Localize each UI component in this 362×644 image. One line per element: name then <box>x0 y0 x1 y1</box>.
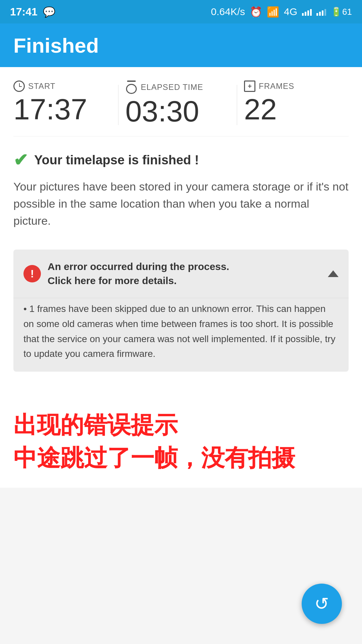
stat-start: START 17:37 <box>13 80 118 124</box>
stats-row: START 17:37 ELAPSED TIME 03:30 FRAMES <box>13 80 349 137</box>
error-header[interactable]: ! An error occurred during the process.C… <box>13 250 349 298</box>
fab-container: ↺ <box>302 584 342 624</box>
data-speed: 0.64K/s <box>211 6 245 17</box>
restart-icon: ↺ <box>314 594 329 614</box>
error-header-text: An error occurred during the process.Cli… <box>48 260 229 288</box>
clock-icon <box>13 80 25 92</box>
page-title: Finished <box>13 34 99 57</box>
alarm-icon: ⏰ <box>250 6 262 18</box>
status-bar-right: 0.64K/s ⏰ 📶 4G 🔋61 <box>211 6 352 18</box>
app-header: Finished <box>0 23 362 67</box>
frames-icon <box>244 80 255 92</box>
start-label: START <box>28 82 55 91</box>
signal-bars-2 <box>316 8 326 16</box>
error-detail: • 1 frames have been skipped due to an u… <box>13 298 349 372</box>
signal-bars-1 <box>302 8 312 16</box>
success-description: Your pictures have been stored in your c… <box>13 178 349 229</box>
chinese-line-2: 中途跳过了一帧，没有拍摄 <box>13 441 349 474</box>
message-icon: 💬 <box>43 6 55 18</box>
restart-fab[interactable]: ↺ <box>302 584 342 624</box>
success-title: Your timelapse is finished ! <box>34 153 199 167</box>
main-content: START 17:37 ELAPSED TIME 03:30 FRAMES <box>0 67 362 395</box>
stopwatch-icon <box>125 80 137 94</box>
battery-icon: 🔋61 <box>331 7 352 17</box>
error-icon: ! <box>23 265 41 282</box>
elapsed-label: ELAPSED TIME <box>141 83 203 92</box>
chevron-up-icon <box>328 270 339 277</box>
status-time: 17:41 <box>10 6 38 18</box>
success-title-row: ✔ Your timelapse is finished ! <box>13 150 349 170</box>
start-value: 17:37 <box>13 95 118 124</box>
stat-elapsed: ELAPSED TIME 03:30 <box>119 80 237 126</box>
checkmark-icon: ✔ <box>13 150 28 170</box>
signal-4g-icon: 4G <box>284 6 297 17</box>
chinese-annotation: 出现的错误提示 中途跳过了一帧，没有拍摄 <box>0 395 362 488</box>
error-header-left: ! An error occurred during the process.C… <box>23 260 229 288</box>
error-box[interactable]: ! An error occurred during the process.C… <box>13 250 349 372</box>
frames-value: 22 <box>244 95 349 124</box>
frames-label: FRAMES <box>259 82 294 91</box>
wifi-icon: 📶 <box>267 6 279 18</box>
stat-frames: FRAMES 22 <box>237 80 349 124</box>
elapsed-value: 03:30 <box>125 97 230 126</box>
success-section: ✔ Your timelapse is finished ! Your pict… <box>13 137 349 236</box>
status-bar: 17:41 💬 0.64K/s ⏰ 📶 4G 🔋61 <box>0 0 362 23</box>
chinese-line-1: 出现的错误提示 <box>13 409 349 441</box>
